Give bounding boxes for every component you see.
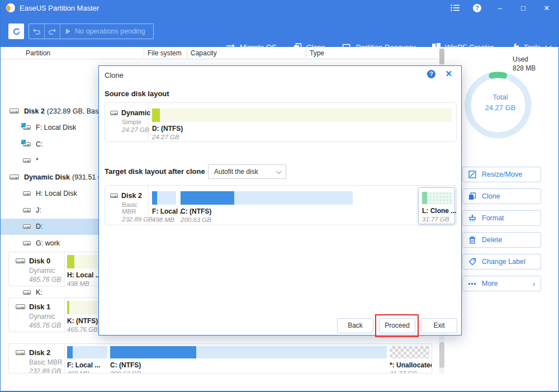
back-button[interactable]: Back: [337, 318, 373, 333]
pending-operations-label: No operations pending: [75, 27, 145, 35]
more-chevron-icon: ›: [533, 280, 535, 288]
target-disk-panel: Disk 2 Basic MBR 232.89 GB F: Local ... …: [105, 185, 457, 225]
close-button[interactable]: ✕: [542, 4, 552, 12]
source-disk-info: Dynamic Simple 24.27 GB: [105, 103, 149, 141]
column-type: Type: [310, 49, 324, 57]
system-volume-icon: [23, 142, 31, 147]
undo-icon: [32, 28, 41, 35]
resize-move-icon: [468, 171, 476, 178]
column-file-system: File system: [148, 49, 182, 57]
disk1-info: Disk 1 Dynamic 465.76 GB: [9, 298, 65, 332]
change-label-button[interactable]: Change Label: [462, 254, 541, 270]
delete-trash-icon: [468, 236, 476, 244]
dropdown-chevron-icon: [276, 168, 282, 174]
refresh-icon: [12, 27, 21, 36]
redo-icon: [48, 28, 56, 35]
play-icon: [66, 29, 70, 34]
format-icon: [468, 214, 476, 222]
minimize-button[interactable]: –: [495, 4, 505, 12]
scrollbar-thumb-lower[interactable]: [439, 342, 444, 368]
system-volume-icon: [23, 125, 31, 130]
proceed-button[interactable]: Proceed: [379, 318, 415, 333]
operations-group: No operations pending: [29, 23, 154, 39]
title-bar: EaseUS Partition Master ? – □ ✕: [1, 0, 558, 16]
disk-icon: [16, 258, 25, 263]
top-band: EaseUS Partition Master ? – □ ✕: [1, 0, 558, 47]
donut-used-label: Used 828 MB: [513, 55, 536, 73]
volume-icon: [23, 158, 31, 163]
menu-list-icon[interactable]: [451, 4, 459, 11]
toolbar: No operations pending Migrate OS: [1, 16, 558, 47]
disk2-partition-unallocated[interactable]: *: Unallocated 31.77 GB: [390, 346, 429, 374]
disk-icon: [16, 304, 25, 309]
target-partition-c[interactable]: C: (NTFS) 200.63 GB: [181, 191, 353, 223]
dialog-close-icon[interactable]: ✕: [445, 69, 452, 79]
delete-button[interactable]: Delete: [462, 232, 541, 248]
help-icon[interactable]: ?: [473, 4, 481, 12]
source-partition-d[interactable]: D: (NTFS) 24.27 GB: [152, 108, 452, 140]
source-disk-panel: Dynamic Simple 24.27 GB D: (NTFS) 24.27 …: [105, 102, 457, 142]
exit-button[interactable]: Exit: [421, 318, 457, 333]
autofit-dropdown[interactable]: Autofit the disk: [208, 164, 286, 179]
format-button[interactable]: Format: [462, 210, 541, 226]
target-layout-heading: Target disk layout after clone: [105, 167, 205, 176]
disk2-partition-f[interactable]: F: Local ... 498 MB: [67, 346, 107, 374]
disk-icon: [110, 193, 118, 198]
scrollbar-thumb[interactable]: [439, 49, 444, 64]
disk2-partition-c[interactable]: C: (NTFS) 200.63 GB: [110, 346, 387, 374]
tag-icon: [468, 258, 476, 266]
column-partition: Partition: [26, 49, 50, 57]
dialog-title: Clone: [105, 71, 124, 79]
disk2-row[interactable]: Disk 2 Basic MBR 232.89 GB F: Local ... …: [8, 343, 432, 374]
target-disk-info: Disk 2 Basic MBR 232.89 GB: [105, 186, 149, 225]
redo-button[interactable]: [45, 23, 60, 39]
more-button[interactable]: More ›: [462, 276, 541, 291]
resize-move-button[interactable]: Resize/Move: [462, 167, 541, 182]
target-partition-l-selected[interactable]: L: Clone ... 31.77 GB: [418, 187, 455, 224]
column-headers: Partition File system Capacity Type: [1, 47, 439, 59]
volume-icon: [23, 208, 31, 212]
volume-icon: [23, 290, 31, 295]
disk0-info: Disk 0 Dynamic 465.76 GB: [9, 252, 65, 286]
maximize-button[interactable]: □: [518, 4, 528, 12]
clone-dialog: Clone ? ✕ Source disk layout Dynamic Sim…: [98, 65, 462, 336]
column-capacity: Capacity: [191, 49, 217, 57]
source-layout-heading: Source disk layout: [105, 89, 169, 98]
volume-icon: [23, 191, 31, 196]
undo-button[interactable]: [29, 23, 45, 39]
app-title: EaseUS Partition Master: [20, 4, 99, 12]
easeus-partition-master-window: EaseUS Partition Master ? – □ ✕: [0, 0, 559, 392]
disk-icon: [10, 108, 19, 114]
clone-side-button[interactable]: Clone: [462, 188, 541, 204]
volume-icon: [23, 224, 31, 229]
refresh-button[interactable]: [8, 23, 24, 39]
dialog-help-icon[interactable]: ?: [427, 70, 435, 78]
more-dots-icon: [468, 280, 476, 287]
target-partition-f[interactable]: F: Local ... 498 MB: [152, 191, 176, 223]
disk-icon: [16, 350, 25, 355]
volume-icon: [23, 241, 31, 245]
clone-icon: [468, 192, 476, 200]
disk2-info: Disk 2 Basic MBR 232.89 GB: [9, 344, 65, 373]
donut-total-label: Total 24.27 GB: [467, 92, 534, 113]
pending-operations[interactable]: No operations pending: [60, 27, 153, 35]
app-logo-icon: [6, 3, 15, 12]
disk-icon: [110, 111, 118, 115]
disk-icon: [10, 174, 19, 180]
